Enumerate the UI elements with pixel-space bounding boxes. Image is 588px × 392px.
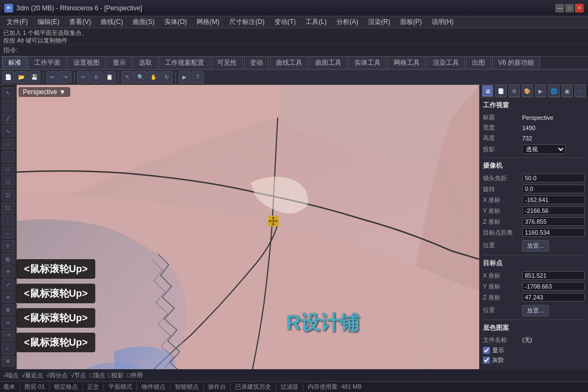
dim-tool[interactable]: ↔ [2, 228, 15, 239]
boolean-tool[interactable]: ⊕ [2, 356, 15, 367]
toolbar-tab-5[interactable]: 工作视窗配置 [159, 56, 210, 69]
open-tool[interactable]: 📂 [15, 71, 27, 83]
snap-item-[interactable]: □停用 [127, 371, 143, 379]
extend-tool[interactable]: ⊣ [2, 330, 15, 341]
rect-tool[interactable]: □ [2, 164, 15, 175]
toolbar-tab-3[interactable]: 显示 [107, 56, 132, 69]
status-history[interactable]: 已录建筑历史 [235, 383, 271, 391]
toolbar-tab-11[interactable]: 网格工具 [388, 56, 426, 69]
menu-item-p[interactable]: 面板(P) [396, 16, 426, 28]
surface-tool[interactable]: ◫ [2, 189, 15, 201]
cam-pos-button[interactable]: 放置... [522, 240, 549, 252]
toolbar-tab-12[interactable]: 渲染工具 [427, 56, 465, 69]
panel-icon-render[interactable]: ▶ [535, 85, 546, 97]
snap-item-[interactable]: √端点 [3, 371, 19, 379]
snap-item-[interactable]: √节点 [71, 371, 86, 379]
hatch-tool[interactable]: ▥ [2, 253, 15, 265]
snap-item-[interactable]: □投影 [108, 371, 124, 379]
zoom-tool[interactable]: 🔍 [134, 71, 146, 83]
menu-item-f[interactable]: 文件(F) [2, 16, 32, 28]
panel-icon-env[interactable]: 🌐 [548, 85, 559, 97]
toolbar-tab-10[interactable]: 实体工具 [348, 56, 387, 69]
panel-icon-ground[interactable]: ▣ [561, 85, 573, 97]
display-checkbox[interactable] [483, 347, 490, 354]
cut-tool[interactable]: ✂ [77, 71, 89, 83]
toolbar-tab-9[interactable]: 曲面工具 [309, 56, 347, 69]
polygon-tool[interactable]: ⬡ [2, 176, 15, 188]
menu-item-c[interactable]: 曲线(C) [96, 16, 127, 28]
curve-tool[interactable]: ∿ [2, 125, 15, 137]
toolbar-tab-2[interactable]: 设置视图 [68, 56, 106, 69]
proj-select[interactable]: 透视 平行 [522, 144, 566, 154]
target-pos-button[interactable]: 放置... [522, 305, 549, 316]
status-layer[interactable]: 图层 01 [24, 383, 45, 391]
pan-tool[interactable]: ✋ [148, 71, 160, 83]
cmd-input[interactable] [20, 47, 129, 54]
menu-item-d[interactable]: 尺寸标注(D) [225, 16, 269, 28]
point-tool[interactable]: · [2, 100, 15, 111]
line-tool[interactable]: ╱ [2, 113, 15, 124]
menu-item-r[interactable]: 渲染(R) [364, 16, 395, 28]
circle-tool[interactable]: ○ [2, 138, 15, 150]
panel-icon-layers[interactable]: 📑 [495, 85, 506, 97]
panel-icon-extra[interactable]: ⋯ [574, 85, 586, 97]
text-tool[interactable]: T [2, 240, 15, 252]
menu-item-o[interactable]: 实体(O) [160, 16, 191, 28]
maximize-button[interactable]: □ [565, 4, 574, 13]
mirror-tool[interactable]: ⇔ [2, 291, 15, 303]
viewport-label[interactable]: Perspective ▼ [19, 87, 70, 97]
solid-tool[interactable]: ⬛ [2, 202, 15, 213]
toolbar-tab-13[interactable]: 出图 [466, 56, 491, 69]
status-osnap[interactable]: 物件锁点 [142, 383, 166, 391]
status-unit[interactable]: 毫米 [3, 383, 15, 391]
trim-tool[interactable]: ✂ [2, 317, 15, 328]
status-record[interactable]: 操作台 [208, 383, 226, 391]
toolbar-tab-7[interactable]: 变动 [244, 56, 269, 69]
select-tool[interactable]: ↖ [121, 71, 133, 83]
viewport[interactable]: Perspective ▼ <鼠标滚轮Up> <鼠标滚轮Up> <鼠标滚轮Up>… [16, 85, 479, 369]
toolbar-tab-4[interactable]: 选取 [133, 56, 158, 69]
snap-item-[interactable]: □顶点 [89, 371, 105, 379]
status-filter[interactable]: 过滤器 [280, 383, 298, 391]
menu-item-h[interactable]: 说明(H) [427, 16, 458, 28]
menu-item-e[interactable]: 编辑(E) [33, 16, 64, 28]
minimize-button[interactable]: — [555, 4, 564, 13]
panel-icon-materials[interactable]: 🎨 [522, 85, 533, 97]
menu-item-m[interactable]: 网格(M) [192, 16, 224, 28]
status-planar[interactable]: 平面模式 [108, 383, 132, 391]
panel-icon-viewport[interactable]: 🖥 [482, 85, 493, 97]
new-tool[interactable]: 📄 [2, 71, 14, 83]
menu-item-t[interactable]: 变动(T) [270, 16, 300, 28]
menu-item-v[interactable]: 查看(V) [65, 16, 95, 28]
status-ortho[interactable]: 正交 [87, 383, 99, 391]
help-tool[interactable]: ? [192, 71, 204, 83]
toolbar-tab-1[interactable]: 工作平面 [28, 56, 66, 69]
snap-item-[interactable]: √四分点 [46, 371, 68, 379]
fillet-tool[interactable]: ⌐ [2, 342, 15, 354]
close-button[interactable]: ✕ [575, 4, 584, 13]
viewport-dropdown-icon[interactable]: ▼ [59, 88, 66, 96]
grayscale-checkbox[interactable] [483, 357, 490, 364]
menu-item-l[interactable]: 工具(L) [301, 16, 331, 28]
status-snap[interactable]: 锁定格点 [54, 383, 78, 391]
undo-tool[interactable]: ↩ [46, 71, 58, 83]
select-tool-left[interactable]: ↖ [2, 87, 15, 99]
toolbar-tab-14[interactable]: V6 的新功能 [492, 56, 540, 69]
scale-tool-left[interactable]: ⤢ [2, 279, 15, 290]
save-tool[interactable]: 💾 [28, 71, 40, 83]
panel-icon-props[interactable]: ⚙ [509, 85, 520, 97]
array-tool[interactable]: ⊞ [2, 304, 15, 316]
toolbar-tab-6[interactable]: 可见性 [211, 56, 243, 69]
snap-item-[interactable]: √最近点 [22, 371, 43, 379]
mesh-tool[interactable]: ⋮ [2, 215, 15, 226]
arc-tool[interactable]: ⌒ [2, 151, 15, 162]
status-smart[interactable]: 智能锁点 [175, 383, 199, 391]
redo-tool[interactable]: ↪ [59, 71, 71, 83]
toolbar-tab-0[interactable]: 标准 [2, 56, 27, 69]
paste-tool[interactable]: 📋 [103, 71, 115, 83]
menu-item-a[interactable]: 分析(A) [332, 16, 363, 28]
render-preview[interactable]: ▶ [179, 71, 191, 83]
toolbar-tab-8[interactable]: 曲线工具 [270, 56, 308, 69]
move-tool-left[interactable]: ✛ [2, 266, 15, 277]
copy-tool[interactable]: ⎘ [90, 71, 102, 83]
